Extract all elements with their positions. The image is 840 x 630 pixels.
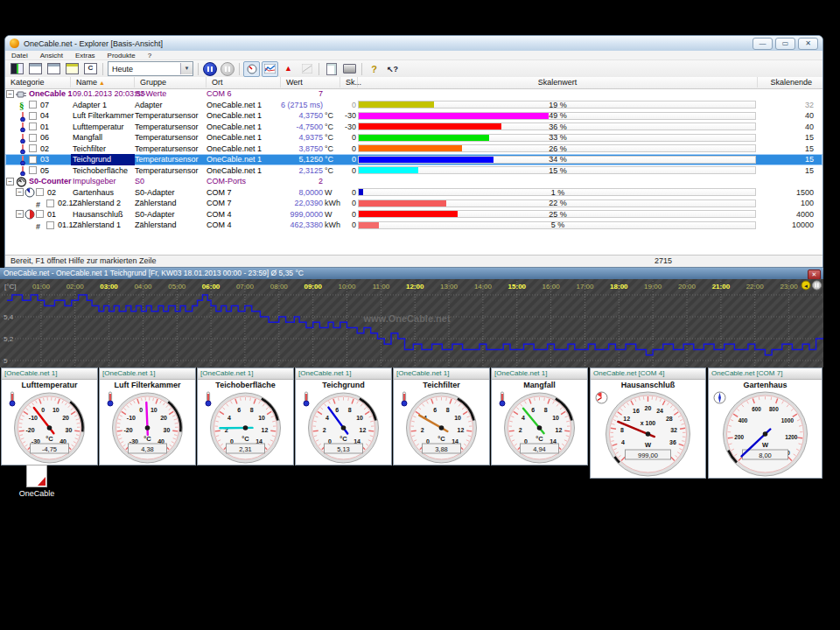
row-checkbox[interactable] [36,210,44,218]
menu-item-ansicht[interactable]: Ansicht [34,52,69,60]
gruppe-cell: S0 [135,176,206,187]
gauge-panel-header[interactable]: [OneCable.net 1] [100,368,195,380]
table-row-lufttemperatur[interactable]: 01LufttemperaturTemperatursensorOneCable… [5,122,822,133]
menu-item-produkte[interactable]: Produkte [102,52,142,60]
row-checkbox[interactable] [46,221,54,229]
wert-cell: 6 (2715 ms) [272,100,340,111]
desktop-shortcut[interactable]: OneCable [14,465,60,498]
row-checkbox[interactable] [29,144,37,152]
scale-start-cell: 0 [340,165,356,177]
collapse-icon[interactable]: − [6,90,14,98]
close-button[interactable]: ✕ [798,38,818,50]
column-header-wert[interactable]: Wert [281,77,340,88]
pause-icon[interactable] [220,62,234,76]
table-view-icon[interactable] [27,61,44,77]
ort-cell: COM 7 [206,187,281,199]
table-row-mangfall[interactable]: 06MangfallTemperatursensorOneCable.net 1… [5,132,822,144]
currency-view-icon[interactable]: C [82,61,99,77]
scale-bar-cell [358,88,758,100]
row-checkbox[interactable] [29,156,37,164]
svg-text:-10: -10 [29,415,38,421]
svg-text:W: W [762,441,769,449]
tree-cell: 06 [5,132,71,144]
gauge-panel-header[interactable]: OneCable.net [COM 4] [591,368,705,380]
scale-percent: 22 % [358,198,758,208]
menu-item-extras[interactable]: Extras [69,52,102,60]
row-checkbox[interactable] [29,112,37,120]
table-row-hausanschlu-[interactable]: −01HausanschlußS0-AdapterCOM 4999,0000W0… [5,209,822,220]
tree-cell: −02 [5,187,71,199]
table-row-teichoberfl-che[interactable]: 05TeichoberflächeTemperatursensorOneCabl… [5,165,822,177]
row-checkbox[interactable] [29,166,37,174]
dial-view-icon[interactable] [243,61,260,77]
new-document-icon[interactable] [323,61,340,77]
gauge-panel-header[interactable]: [OneCable.net 1] [198,368,293,380]
record-icon[interactable] [203,62,217,76]
svg-text:W: W [645,441,652,449]
gauge-title: Hausanschluß [591,380,705,390]
svg-text:-20: -20 [26,427,35,433]
thermometer-icon [104,391,116,407]
table-row-onecable-1[interactable]: −OneCable 109.01.2013 20:03:53Ist-WerteC… [5,88,822,100]
values-view-icon[interactable] [64,61,80,77]
time-range-select[interactable]: Heute ▼ [108,61,193,76]
chart-plot[interactable]: www.OneCable.net01:0002:0003:0004:0005:0… [0,279,823,368]
alarm-triangle-icon[interactable]: ▲ [280,61,297,77]
chart-view-icon[interactable] [262,61,278,77]
table-row-luft-filterkammer[interactable]: 04Luft FilterkammerTemperatursensorOneCa… [5,110,822,122]
maximize-button[interactable]: ▭ [775,38,795,50]
chart-close-icon[interactable]: ✕ [808,270,821,280]
table-row-adapter-1[interactable]: §07Adapter 1AdapterOneCable.net 16 (2715… [5,100,822,111]
context-help-icon[interactable]: ↖? [384,61,401,77]
column-header-kategorie[interactable]: Kategorie [5,77,71,88]
table-row-teichfilter[interactable]: 02TeichfilterTemperatursensorOneCable.ne… [5,144,822,155]
table-row-z-hlerstand-2[interactable]: #02.1Zählerstand 2ZählerstandCOM 722,039… [5,198,822,209]
scale-start-cell: 0 [340,154,356,165]
column-header-ort[interactable]: Ort [206,77,281,88]
gruppe-cell: Temperatursensor [135,132,206,144]
column-header-skalenwert[interactable]: Skalenwert [358,77,758,88]
row-checkbox[interactable] [29,101,37,108]
svg-text:5: 5 [4,357,8,365]
tree-cell: −S0-Counter [5,176,71,187]
column-header-sk[interactable]: Sk... [340,77,358,88]
collapse-icon[interactable]: − [16,188,24,196]
table-row-s0-counter[interactable]: −S0-CounterImpulsgeberS0COM-Ports2 [5,176,822,187]
row-checkbox[interactable] [36,188,44,196]
title-bar[interactable]: OneCable.net - Explorer [Basis-Ansicht] … [5,36,822,51]
gauge-panel-header[interactable]: [OneCable.net 1] [296,368,391,380]
table-row-gartenhaus[interactable]: −02GartenhausS0-AdapterCOM 78,0000W01 %1… [5,187,822,199]
collapse-icon[interactable]: − [16,210,24,218]
row-checkbox[interactable] [29,122,37,130]
menu-item-?[interactable]: ? [142,52,158,60]
table-row-z-hlerstand-1[interactable]: #01.1Zählerstand 1ZählerstandCOM 4462,33… [5,220,822,231]
row-checkbox[interactable] [46,200,54,207]
svg-text:30: 30 [66,427,73,433]
grid-view-icon[interactable] [46,61,62,77]
gauge-panel-header[interactable]: [OneCable.net 1] [2,368,97,380]
print-icon[interactable] [341,61,358,77]
svg-text:22:00: 22:00 [746,283,765,290]
gauge-panel-header[interactable]: [OneCable.net 1] [394,368,489,380]
svg-text:6: 6 [237,407,241,413]
column-header-name[interactable]: Name ▲ [71,77,135,88]
svg-text:5,2: 5,2 [4,335,14,343]
minimize-button[interactable]: — [752,38,773,50]
svg-text:-20: -20 [124,427,133,433]
tree-cell: #02.1 [5,198,71,209]
explorer-view-icon[interactable] [9,61,25,77]
scale-bar-cell: 49 % [358,110,758,122]
gauge-panel-header[interactable]: OneCable.net [COM 7] [709,368,822,380]
gauge-panel-header[interactable]: [OneCable.net 1] [492,368,587,380]
svg-text:12: 12 [360,427,367,433]
chart-title-bar[interactable]: OneCable.net - OneCable.net 1 Teichgrund… [0,268,823,279]
wert-cell: 8,0000W [272,187,340,199]
line-view-icon[interactable] [298,61,315,77]
collapse-icon[interactable]: − [6,178,14,186]
column-header-gruppe[interactable]: Gruppe [135,77,206,88]
row-checkbox[interactable] [29,134,37,142]
help-icon[interactable]: ? [366,61,382,77]
table-row-teichgrund[interactable]: 03TeichgrundTemperatursensorOneCable.net… [5,154,822,165]
column-header-skalenende[interactable]: Skalenende [758,77,819,88]
menu-item-datei[interactable]: Datei [5,52,34,60]
